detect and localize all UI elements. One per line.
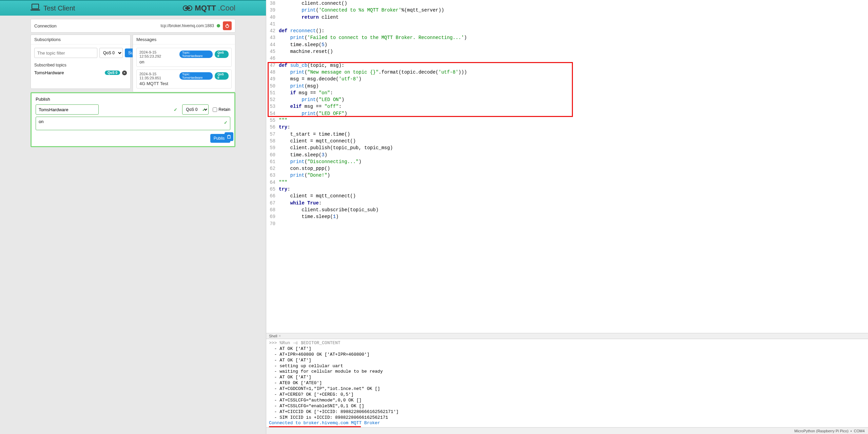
code-line: 39 print('Connected to %s MQTT Broker'%(… (266, 7, 868, 14)
status-dot-icon (217, 24, 220, 27)
message-qos-badge: QoS 0 (215, 72, 229, 80)
code-line: 59 client.publish(topic_pub, topic_msg) (266, 144, 868, 151)
code-line: 42def reconnect(): (266, 27, 868, 34)
code-line: 41 (266, 21, 868, 27)
port-label: COM4 (854, 429, 865, 433)
ide-pane: 38 client.connect()39 print('Connected t… (266, 0, 868, 434)
publish-panel: Publish ✓ QoS 0 ✓ Retain (31, 92, 235, 147)
subscribed-topics-label: Subscribed topics (31, 61, 130, 68)
publish-message-input[interactable] (36, 117, 230, 130)
line-number: 45 (266, 48, 278, 55)
code-line: 47def sub_cb(topic, msg): (266, 62, 868, 69)
line-number: 60 (266, 152, 278, 158)
shell-line: - AT+IPR=460800 OK ['AT+IPR=460800'] (269, 352, 865, 358)
check-icon: ✓ (174, 107, 177, 112)
line-number: 62 (266, 165, 278, 172)
message-qos-badge: QoS 0 (215, 51, 229, 58)
status-bar: MicroPython (Raspberry Pi Pico) • COM4 (266, 427, 868, 434)
retain-checkbox[interactable] (213, 107, 217, 112)
unsubscribe-button[interactable]: ✕ (122, 71, 127, 75)
publish-topic-input[interactable] (36, 104, 99, 115)
clear-messages-button[interactable] (225, 132, 233, 141)
code-line: 69 time.sleep(1) (266, 213, 868, 220)
line-number: 59 (266, 144, 278, 151)
disconnect-button[interactable] (223, 21, 232, 30)
code-line: 64""" (266, 179, 868, 186)
retain-label: Retain (213, 107, 230, 112)
shell-tab[interactable]: Shell ✕ (266, 333, 868, 339)
code-line: 44 time.sleep(5) (266, 41, 868, 48)
line-number: 44 (266, 41, 278, 48)
line-number: 47 (266, 62, 278, 69)
subscriptions-panel: Subscriptions QoS 0 Subscribe Subscribed… (31, 35, 131, 89)
code-line: 55""" (266, 117, 868, 124)
line-number: 41 (266, 21, 278, 27)
svg-rect-1 (31, 9, 40, 11)
line-number: 48 (266, 69, 278, 76)
brand-logo: MQTT.Cool (182, 4, 235, 13)
message-item: 2024-9-15 11:35:29.851 Topic: TomsHardwa… (136, 70, 232, 88)
message-body: 4G MQTT Test (139, 80, 229, 86)
shell-line: - AT+CEREG? OK ['+CEREG: 0,5'] (269, 392, 865, 398)
shell-highlight-box: New message on topic TomsHardwareonLED O… (269, 426, 361, 427)
shell-line: - AT OK ['AT'] (269, 375, 865, 380)
code-line: 57 t_start = time.time() (266, 131, 868, 138)
line-number: 64 (266, 179, 278, 186)
connection-label: Connection (34, 23, 57, 28)
shell-connected-line: Connected to broker.hivemq.com MQTT Brok… (269, 420, 865, 426)
code-line: 40 return client (266, 14, 868, 21)
line-number: 58 (266, 138, 278, 144)
line-number: 49 (266, 76, 278, 82)
mqtt-header: Test Client MQTT.Cool (0, 0, 266, 16)
qos-badge: QoS 0 (105, 71, 120, 75)
code-line: 70 (266, 220, 868, 227)
code-line: 58 client = mqtt_connect() (266, 138, 868, 144)
code-line: 48 print("New message on topic {}".forma… (266, 69, 868, 76)
code-line: 66 client = mqtt_connect() (266, 193, 868, 199)
close-icon[interactable]: ✕ (278, 334, 281, 338)
laptop-icon (31, 4, 40, 13)
message-topic-badge: Topic: TomsHardware (179, 72, 213, 80)
topic-filter-input[interactable] (34, 48, 97, 58)
code-line: 50 print(msg) (266, 83, 868, 90)
mqtt-test-client: Test Client MQTT.Cool Connection tcp://b… (0, 0, 266, 434)
shell-line: - AT+CICCID OK ['+ICCID: 898822806661625… (269, 409, 865, 415)
line-number: 53 (266, 103, 278, 110)
messages-label: Messages (133, 35, 235, 44)
shell-output[interactable]: >>> %Run -c $EDITOR_CONTENT - AT OK ['AT… (266, 339, 868, 427)
code-line: 45 machine.reset() (266, 48, 868, 55)
message-topic-badge: Topic: TomsHardware (179, 51, 213, 58)
shell-line: - SIM ICCID is +ICCID: 89882280666162562… (269, 415, 865, 421)
line-number: 42 (266, 27, 278, 34)
shell-line: - AT+CSSLCFG="enableSNI",0,1 OK [] (269, 403, 865, 409)
line-number: 51 (266, 90, 278, 96)
line-number: 43 (266, 34, 278, 41)
code-line: 54 print("LED OFF") (266, 110, 868, 117)
broker-url: tcp://broker.hivemq.com:1883 (161, 23, 214, 28)
svg-rect-0 (32, 4, 39, 9)
shell-line: - AT OK ['AT'] (269, 346, 865, 352)
check-icon: ✓ (224, 120, 228, 125)
line-number: 67 (266, 200, 278, 206)
message-item: 2024-9-15 12:55:23.292 Topic: TomsHardwa… (136, 48, 232, 67)
shell-line: - setting up cellular uart (269, 363, 865, 369)
line-number: 68 (266, 206, 278, 213)
subscribed-topic-row: TomsHardware QoS 0 ✕ (34, 70, 127, 75)
code-line: 67 while True: (266, 200, 868, 206)
line-number: 56 (266, 124, 278, 131)
code-line: 53 elif msg == "off": (266, 103, 868, 110)
publish-qos-select[interactable]: QoS 0 (182, 104, 209, 115)
code-line: 43 print('Failed to connect to the MQTT … (266, 34, 868, 41)
code-editor[interactable]: 38 client.connect()39 print('Connected t… (266, 0, 868, 333)
subscribe-qos-select[interactable]: QoS 0 (99, 48, 123, 58)
shell-line: - AT+CSSLCFG="authmode",0,0 OK [] (269, 398, 865, 403)
code-line: 51 if msg == "on": (266, 90, 868, 96)
subscriptions-label: Subscriptions (31, 35, 130, 44)
message-timestamp: 2024-9-15 11:35:29.851 (139, 72, 177, 80)
line-number: 70 (266, 220, 278, 227)
line-number: 40 (266, 14, 278, 21)
shell-prompt: >>> (269, 340, 279, 346)
code-line: 49 msg = msg.decode('utf-8') (266, 76, 868, 82)
line-number: 69 (266, 213, 278, 220)
connection-card: Connection tcp://broker.hivemq.com:1883 (31, 19, 235, 33)
